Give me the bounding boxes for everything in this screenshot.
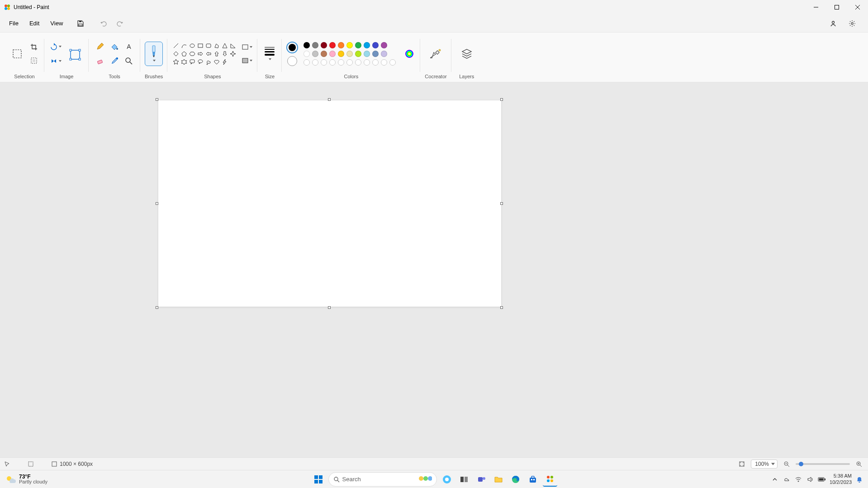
- shape-4-point-star[interactable]: [229, 50, 237, 57]
- shape-6-point-star[interactable]: [180, 58, 188, 66]
- color-1-button[interactable]: [286, 42, 298, 53]
- shape-heart[interactable]: [213, 58, 220, 66]
- custom-color-slot[interactable]: [329, 59, 336, 66]
- shape-oval[interactable]: [188, 42, 196, 49]
- tray-onedrive[interactable]: [783, 475, 791, 483]
- resize-handle[interactable]: [328, 306, 331, 309]
- shape-outline-dropdown[interactable]: [241, 42, 253, 52]
- taskbar-edge[interactable]: [508, 472, 523, 487]
- menu-view[interactable]: View: [45, 17, 68, 29]
- shape-pentagon[interactable]: [180, 50, 188, 57]
- color-blue-gray[interactable]: [372, 51, 379, 57]
- shape-fill-dropdown[interactable]: [241, 55, 253, 66]
- resize-handle[interactable]: [156, 202, 158, 205]
- fit-to-window-button[interactable]: [737, 460, 746, 469]
- taskbar-task-view[interactable]: [457, 472, 471, 487]
- color-lavender[interactable]: [381, 51, 387, 57]
- custom-color-slot[interactable]: [389, 59, 396, 66]
- taskbar-search[interactable]: Search: [328, 472, 437, 487]
- resize-handle[interactable]: [500, 98, 503, 101]
- custom-color-slot[interactable]: [381, 59, 387, 66]
- tray-volume[interactable]: [806, 475, 814, 483]
- text-tool[interactable]: A: [122, 40, 136, 53]
- shapes-gallery[interactable]: [172, 42, 237, 66]
- edit-colors-button[interactable]: [403, 47, 416, 60]
- rotate-button[interactable]: [49, 41, 62, 52]
- tray-overflow[interactable]: [771, 475, 779, 483]
- shape-arrow-up[interactable]: [213, 50, 220, 57]
- taskbar-store[interactable]: [526, 472, 540, 487]
- color-picker-tool[interactable]: [108, 54, 121, 68]
- shape-callout-cloud[interactable]: [204, 58, 212, 66]
- shape-curve[interactable]: [180, 42, 188, 49]
- settings-button[interactable]: [844, 17, 860, 30]
- zoom-level-dropdown[interactable]: 100%: [751, 460, 778, 469]
- cocreator-button[interactable]: [425, 43, 447, 65]
- pencil-tool[interactable]: [93, 40, 107, 53]
- color-white[interactable]: [304, 51, 310, 57]
- tray-clock[interactable]: 5:38 AM 10/2/2023: [830, 473, 852, 485]
- color-black[interactable]: [304, 42, 310, 48]
- custom-color-slot[interactable]: [312, 59, 318, 66]
- flip-button[interactable]: [49, 55, 62, 67]
- menu-edit[interactable]: Edit: [24, 17, 45, 29]
- fill-tool[interactable]: [108, 40, 121, 53]
- custom-color-slot[interactable]: [346, 59, 353, 66]
- brush-tool[interactable]: [145, 42, 163, 66]
- color-lime[interactable]: [355, 51, 361, 57]
- taskbar-teams[interactable]: [474, 472, 489, 487]
- custom-color-slot[interactable]: [338, 59, 344, 66]
- resize-skew-button[interactable]: [66, 46, 84, 64]
- tray-battery[interactable]: [818, 475, 826, 483]
- taskbar-copilot[interactable]: [440, 472, 454, 487]
- color-2-button[interactable]: [287, 56, 297, 66]
- save-button[interactable]: [73, 17, 88, 30]
- shape-hexagon[interactable]: [188, 50, 196, 57]
- color-yellow[interactable]: [346, 42, 353, 48]
- shape-arrow-down[interactable]: [221, 50, 228, 57]
- shape-diamond[interactable]: [172, 50, 180, 57]
- custom-color-slot[interactable]: [372, 59, 379, 66]
- color-light-turquoise[interactable]: [364, 51, 370, 57]
- minimize-button[interactable]: [806, 0, 826, 14]
- taskbar-paint-active[interactable]: [543, 472, 557, 487]
- color-orange[interactable]: [338, 42, 344, 48]
- shape-triangle[interactable]: [221, 42, 228, 49]
- resize-handle[interactable]: [156, 306, 158, 309]
- custom-color-slot[interactable]: [355, 59, 361, 66]
- custom-color-slot[interactable]: [364, 59, 370, 66]
- transparent-selection-button[interactable]: [28, 55, 40, 66]
- tray-network[interactable]: [794, 475, 802, 483]
- custom-color-slot[interactable]: [304, 59, 310, 66]
- magnifier-tool[interactable]: [122, 54, 136, 68]
- resize-handle[interactable]: [500, 306, 503, 309]
- crop-button[interactable]: [28, 42, 40, 52]
- undo-button[interactable]: [95, 17, 111, 30]
- resize-handle[interactable]: [500, 202, 503, 205]
- color-purple[interactable]: [381, 42, 387, 48]
- shape-callout-oval[interactable]: [196, 58, 204, 66]
- brush-dropdown[interactable]: [150, 58, 157, 63]
- tray-notifications[interactable]: [855, 475, 863, 483]
- shape-lightning[interactable]: [221, 58, 228, 66]
- menu-file[interactable]: File: [4, 17, 24, 29]
- weather-widget[interactable]: 73°F Partly cloudy: [0, 474, 47, 485]
- shape-arrow-left[interactable]: [204, 50, 212, 57]
- zoom-in-button[interactable]: [854, 460, 863, 469]
- layers-button[interactable]: [456, 43, 478, 65]
- size-dropdown[interactable]: [262, 45, 277, 63]
- color-turquoise[interactable]: [364, 42, 370, 48]
- canvas[interactable]: [158, 100, 501, 307]
- zoom-slider[interactable]: [796, 463, 850, 465]
- redo-button[interactable]: [113, 17, 128, 30]
- shape-rectangle[interactable]: [196, 42, 204, 49]
- color-light-yellow[interactable]: [346, 51, 353, 57]
- maximize-button[interactable]: [826, 0, 847, 14]
- color-gray-50[interactable]: [312, 42, 318, 48]
- resize-handle[interactable]: [328, 98, 331, 101]
- taskbar-file-explorer[interactable]: [491, 472, 506, 487]
- zoom-out-button[interactable]: [782, 460, 791, 469]
- color-dark-red[interactable]: [321, 42, 327, 48]
- start-button[interactable]: [311, 472, 326, 487]
- shape-line[interactable]: [172, 42, 180, 49]
